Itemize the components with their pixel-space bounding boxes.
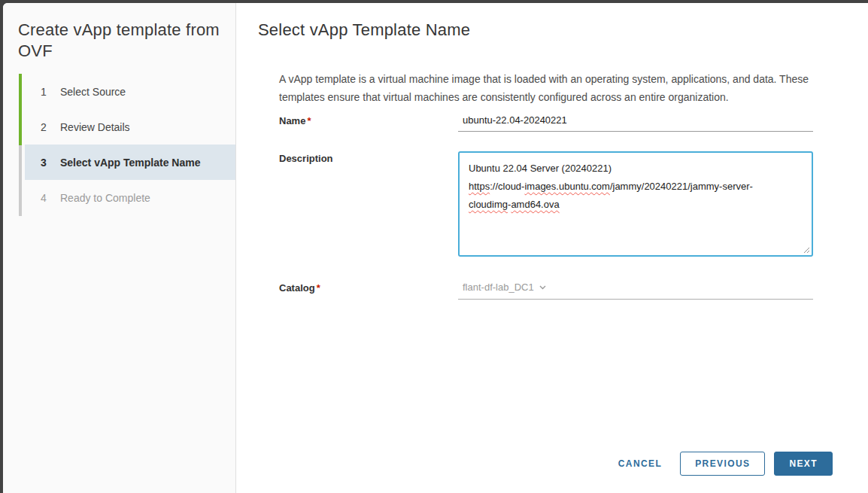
wizard-footer: CANCEL PREVIOUS NEXT	[611, 452, 833, 476]
required-asterisk: *	[317, 282, 320, 294]
catalog-select[interactable]: flant-df-lab_DC1	[458, 279, 813, 300]
next-button[interactable]: NEXT	[774, 452, 833, 476]
wizard-step-review-details[interactable]: 2 Review Details	[25, 109, 235, 145]
template-name-form: Name* Description Ubuntu 22.04 Server (2…	[279, 113, 868, 300]
catalog-field-row: Catalog* flant-df-lab_DC1	[279, 279, 868, 300]
name-label: Name*	[279, 113, 458, 126]
step-label: Select Source	[60, 86, 126, 98]
dialog-title: Create vApp template from OVF	[18, 20, 220, 62]
description-label: Description	[279, 151, 458, 164]
progress-remaining-segment	[19, 145, 22, 216]
page-title: Select vApp Template Name	[258, 20, 868, 41]
resize-handle-icon[interactable]	[803, 246, 810, 254]
name-field-row: Name*	[279, 113, 868, 132]
description-field-row: Description Ubuntu 22.04 Server (2024022…	[279, 151, 868, 257]
wizard-content: Select vApp Template Name A vApp templat…	[236, 3, 868, 493]
step-label: Select vApp Template Name	[60, 157, 200, 169]
step-number: 2	[41, 121, 50, 133]
progress-done-segment	[19, 74, 22, 145]
wizard-progress-bar	[19, 74, 22, 216]
description-input[interactable]: Ubuntu 22.04 Server (20240221)https://cl…	[458, 151, 813, 257]
step-number: 3	[41, 157, 50, 169]
catalog-label: Catalog*	[279, 279, 458, 294]
catalog-selected-value: flant-df-lab_DC1	[463, 281, 534, 293]
name-input[interactable]	[458, 113, 813, 132]
chevron-down-icon	[539, 283, 547, 291]
required-asterisk: *	[307, 115, 311, 126]
wizard-step-ready-to-complete: 4 Ready to Complete	[25, 180, 235, 215]
step-number: 4	[41, 192, 50, 204]
step-label: Ready to Complete	[60, 192, 150, 204]
cancel-button[interactable]: CANCEL	[611, 452, 669, 476]
wizard-step-select-vapp-template-name[interactable]: 3 Select vApp Template Name	[25, 145, 235, 180]
description-text: Ubuntu 22.04 Server (20240221)https://cl…	[469, 160, 803, 214]
wizard-steps: 1 Select Source 2 Review Details 3 Selec…	[3, 74, 235, 215]
wizard-step-select-source[interactable]: 1 Select Source	[25, 74, 235, 109]
create-vapp-template-dialog: Create vApp template from OVF 1 Select S…	[3, 3, 868, 493]
step-label: Review Details	[60, 121, 130, 133]
step-number: 1	[41, 86, 50, 98]
intro-text: A vApp template is a virtual machine ima…	[279, 70, 822, 106]
wizard-sidebar: Create vApp template from OVF 1 Select S…	[3, 3, 236, 493]
previous-button[interactable]: PREVIOUS	[680, 452, 765, 476]
